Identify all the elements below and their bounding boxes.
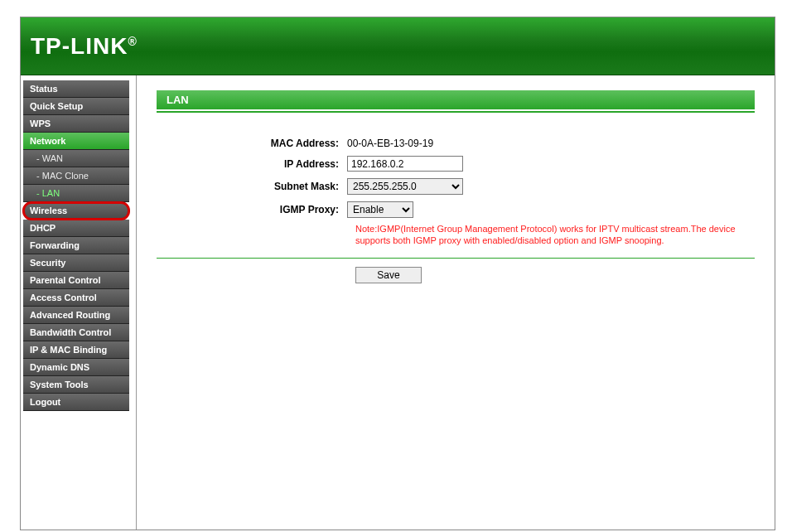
page-title: LAN <box>157 90 755 109</box>
sidebar-item-lan[interactable]: - LAN <box>23 185 129 202</box>
divider-top <box>157 111 755 113</box>
brand-text: TP-LINK <box>31 33 128 59</box>
row-mac: MAC Address: 00-0A-EB-13-09-19 <box>157 136 755 151</box>
label-igmp: IGMP Proxy: <box>157 204 347 215</box>
save-row: Save <box>355 267 755 283</box>
row-igmp: IGMP Proxy: Enable <box>157 200 755 220</box>
sidebar-item-parental-control[interactable]: Parental Control <box>23 272 129 289</box>
sidebar-item-bandwidth-control[interactable]: Bandwidth Control <box>23 324 129 341</box>
value-mac: 00-0A-EB-13-09-19 <box>347 138 433 149</box>
save-button[interactable]: Save <box>355 267 422 283</box>
title-bar: LAN <box>157 90 755 109</box>
sidebar-item-wps[interactable]: WPS <box>23 115 129 133</box>
sidebar-item-ip-mac-binding[interactable]: IP & MAC Binding <box>23 341 129 359</box>
sidebar-item-system-tools[interactable]: System Tools <box>23 376 129 394</box>
label-subnet: Subnet Mask: <box>157 181 347 192</box>
content: LAN MAC Address: 00-0A-EB-13-09-19 IP Ad… <box>137 75 775 530</box>
row-ip: IP Address: <box>157 154 755 173</box>
sidebar-item-network[interactable]: Network <box>23 133 129 150</box>
sidebar-item-dhcp[interactable]: DHCP <box>23 220 129 237</box>
main-area: StatusQuick SetupWPSNetwork- WAN- MAC Cl… <box>21 75 775 530</box>
row-subnet: Subnet Mask: 255.255.255.0 <box>157 177 755 196</box>
divider-bottom <box>157 258 755 259</box>
select-subnet[interactable]: 255.255.255.0 <box>347 178 463 195</box>
sidebar-item-logout[interactable]: Logout <box>23 394 129 411</box>
brand-logo: TP-LINK® <box>31 33 138 60</box>
app-frame: TP-LINK® StatusQuick SetupWPSNetwork- WA… <box>20 17 775 530</box>
sidebar: StatusQuick SetupWPSNetwork- WAN- MAC Cl… <box>21 75 137 530</box>
sidebar-item-mac-clone[interactable]: - MAC Clone <box>23 167 129 185</box>
reg-mark: ® <box>128 34 137 47</box>
sidebar-item-forwarding[interactable]: Forwarding <box>23 237 129 254</box>
sidebar-item-status[interactable]: Status <box>23 80 129 98</box>
sidebar-item-wan[interactable]: - WAN <box>23 150 129 167</box>
header: TP-LINK® <box>21 17 775 75</box>
label-ip: IP Address: <box>157 158 347 170</box>
sidebar-item-dynamic-dns[interactable]: Dynamic DNS <box>23 359 129 376</box>
select-igmp[interactable]: Enable <box>347 201 413 218</box>
note-text: Note:IGMP(Internet Group Management Prot… <box>355 223 753 246</box>
sidebar-item-quick-setup[interactable]: Quick Setup <box>23 98 129 115</box>
sidebar-menu: StatusQuick SetupWPSNetwork- WAN- MAC Cl… <box>23 80 129 411</box>
sidebar-item-wireless[interactable]: Wireless <box>23 202 129 220</box>
sidebar-item-advanced-routing[interactable]: Advanced Routing <box>23 307 129 324</box>
sidebar-item-access-control[interactable]: Access Control <box>23 289 129 307</box>
sidebar-item-security[interactable]: Security <box>23 254 129 272</box>
label-mac: MAC Address: <box>157 138 347 149</box>
input-ip[interactable] <box>347 156 463 172</box>
